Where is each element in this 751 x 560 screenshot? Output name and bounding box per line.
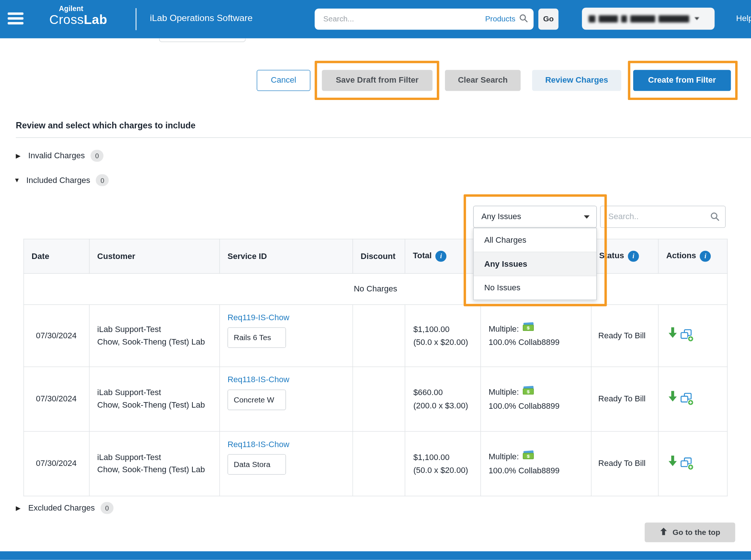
service-name-button[interactable]: Concrete W xyxy=(227,390,286,410)
cell-total: $1,100.00 (50.0 x $20.00) xyxy=(405,431,481,496)
topbar-divider xyxy=(136,8,137,30)
up-arrow-icon xyxy=(660,528,668,537)
save-draft-from-filter-button[interactable]: Save Draft from Filter xyxy=(322,70,433,91)
create-from-filter-button[interactable]: Create from Filter xyxy=(633,70,731,91)
redacted-user-text xyxy=(599,15,618,22)
go-to-top-button[interactable]: Go to the top xyxy=(645,523,735,542)
page-title: Review and select which charges to inclu… xyxy=(16,121,196,131)
service-id-link[interactable]: Req119-IS-Chow xyxy=(227,313,289,322)
bottom-bar xyxy=(0,551,751,560)
search-icon xyxy=(519,14,528,25)
page: Agilent CrossLab iLab Operations Softwar… xyxy=(0,0,751,560)
review-charges-button[interactable]: Review Charges xyxy=(532,70,621,91)
issues-filter-dropdown[interactable]: Any Issues xyxy=(473,206,597,228)
svg-text:$: $ xyxy=(527,453,530,458)
cell-discount xyxy=(353,431,405,496)
invalid-charges-toggle[interactable]: ▶ Invalid Charges 0 xyxy=(16,150,104,162)
chevron-right-icon: ▶ xyxy=(16,152,25,159)
billing-label: Multiple: xyxy=(488,322,519,336)
clear-search-button[interactable]: Clear Search xyxy=(445,70,521,91)
redacted-user-text xyxy=(659,15,689,22)
column-header-actions: Actionsi xyxy=(658,239,727,273)
column-header-status: Statusi xyxy=(591,239,658,273)
chevron-down-icon: ▼ xyxy=(14,177,24,184)
excluded-charges-label: Excluded Charges xyxy=(28,503,95,513)
total-amount: $1,100.00 xyxy=(413,451,480,464)
cell-status: Ready To Bill xyxy=(591,305,658,367)
service-name-button[interactable]: Data Stora xyxy=(227,454,286,475)
cancel-button[interactable]: Cancel xyxy=(257,70,310,91)
table-search-input[interactable] xyxy=(600,206,726,228)
money-icon: $ xyxy=(522,450,535,464)
hamburger-menu-icon[interactable] xyxy=(8,13,24,27)
total-detail: (50.0 x $20.00) xyxy=(413,464,480,477)
cell-customer: iLab Support-Test Chow, Sook-Theng (Test… xyxy=(89,367,220,431)
billing-detail: 100.0% Collab8899 xyxy=(488,336,590,349)
go-to-top-label: Go to the top xyxy=(673,528,720,536)
total-amount: $660.00 xyxy=(413,386,480,399)
customer-line2: Chow, Sook-Theng (Test) Lab xyxy=(97,336,219,348)
money-icon: $ xyxy=(522,386,535,400)
menu-item-no-issues[interactable]: No Issues xyxy=(474,276,596,300)
info-icon[interactable]: i xyxy=(700,251,711,262)
money-icon: $ xyxy=(522,322,535,336)
excluded-charges-count-badge: 0 xyxy=(100,502,113,514)
logo-agilent-text: Agilent xyxy=(59,5,107,13)
partial-control xyxy=(159,38,246,42)
billing-label: Multiple: xyxy=(488,386,519,399)
total-amount: $1,100.00 xyxy=(413,323,480,336)
included-charges-count-badge: 0 xyxy=(96,174,109,186)
global-search-input[interactable] xyxy=(315,8,476,30)
green-down-arrow-icon[interactable] xyxy=(668,390,678,404)
excluded-charges-toggle[interactable]: ▶ Excluded Charges 0 xyxy=(16,502,114,514)
invalid-charges-label: Invalid Charges xyxy=(28,151,85,160)
info-icon[interactable]: i xyxy=(628,251,639,262)
cell-actions xyxy=(658,367,727,431)
svg-text:$: $ xyxy=(527,389,530,394)
chevron-down-icon xyxy=(695,17,699,20)
total-detail: (50.0 x $20.00) xyxy=(413,336,480,349)
cell-service-id: Req118-IS-Chow Concrete W xyxy=(220,367,353,431)
redacted-user-text xyxy=(630,15,655,22)
charges-table: Date Customer Service ID Discount Totali… xyxy=(24,239,727,496)
green-down-arrow-icon[interactable] xyxy=(668,455,678,469)
billing-detail: 100.0% Collab8899 xyxy=(488,400,590,413)
global-search-bar: Products xyxy=(315,8,534,30)
issues-filter-selected-value: Any Issues xyxy=(481,212,521,222)
table-search-box xyxy=(600,206,726,228)
customer-line1: iLab Support-Test xyxy=(97,323,219,336)
search-scope-selector[interactable]: Products xyxy=(485,8,528,30)
user-account-menu[interactable] xyxy=(582,8,714,30)
included-charges-toggle[interactable]: ▼ Included Charges 0 xyxy=(14,174,109,186)
column-header-date: Date xyxy=(24,239,89,273)
duplicate-add-icon[interactable] xyxy=(680,457,694,473)
cell-service-id: Req119-IS-Chow Rails 6 Tes xyxy=(220,305,353,367)
cell-discount xyxy=(353,305,405,367)
info-icon[interactable]: i xyxy=(436,251,447,262)
agilent-crosslab-logo: Agilent CrossLab xyxy=(49,5,107,27)
customer-line2: Chow, Sook-Theng (Test) Lab xyxy=(97,399,219,412)
table-row: 07/30/2024 iLab Support-Test Chow, Sook-… xyxy=(24,305,727,367)
service-id-link[interactable]: Req118-IS-Chow xyxy=(227,440,289,449)
billing-detail: 100.0% Collab8899 xyxy=(488,464,590,477)
cell-actions xyxy=(658,305,727,367)
go-button[interactable]: Go xyxy=(538,8,558,30)
service-name-button[interactable]: Rails 6 Tes xyxy=(227,327,286,348)
logo-crosslab-text: CrossLab xyxy=(49,13,107,27)
menu-item-any-issues[interactable]: Any Issues xyxy=(474,252,596,276)
cell-status: Ready To Bill xyxy=(591,431,658,496)
cell-discount xyxy=(353,367,405,431)
chevron-down-icon xyxy=(584,215,590,219)
green-down-arrow-icon[interactable] xyxy=(668,327,678,341)
cell-customer: iLab Support-Test Chow, Sook-Theng (Test… xyxy=(89,305,220,367)
search-icon xyxy=(710,212,720,223)
service-id-link[interactable]: Req118-IS-Chow xyxy=(227,375,289,385)
cell-date: 07/30/2024 xyxy=(24,367,89,431)
menu-item-all-charges[interactable]: All Charges xyxy=(474,228,596,252)
help-link[interactable]: Help xyxy=(736,14,751,24)
cell-date: 07/30/2024 xyxy=(24,305,89,367)
table-header-row: Date Customer Service ID Discount Totali… xyxy=(24,239,727,273)
duplicate-add-icon[interactable] xyxy=(680,329,694,345)
duplicate-add-icon[interactable] xyxy=(680,392,694,408)
table-row: 07/30/2024 iLab Support-Test Chow, Sook-… xyxy=(24,431,727,496)
